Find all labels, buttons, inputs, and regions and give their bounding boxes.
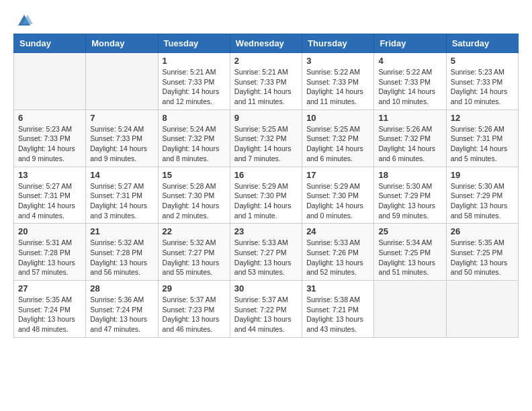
day-number: 14 [90,170,153,180]
day-number: 2 [234,56,298,66]
day-number: 26 [451,226,514,236]
calendar-cell [14,53,86,110]
day-number: 21 [90,226,153,236]
week-row-2: 6Sunrise: 5:23 AM Sunset: 7:33 PM Daylig… [14,109,519,167]
weekday-header-tuesday: Tuesday [158,34,230,53]
day-number: 19 [451,170,514,180]
weekday-header-row: SundayMondayTuesdayWednesdayThursdayFrid… [14,34,519,53]
day-number: 16 [234,170,298,180]
day-info: Sunrise: 5:26 AM Sunset: 7:32 PM Dayligh… [378,124,441,164]
calendar-cell: 25Sunrise: 5:34 AM Sunset: 7:25 PM Dayli… [374,224,446,281]
day-info: Sunrise: 5:23 AM Sunset: 7:33 PM Dayligh… [18,124,81,164]
calendar-cell: 1Sunrise: 5:21 AM Sunset: 7:33 PM Daylig… [158,53,230,110]
calendar-cell: 19Sunrise: 5:30 AM Sunset: 7:29 PM Dayli… [446,167,518,224]
day-info: Sunrise: 5:29 AM Sunset: 7:30 PM Dayligh… [234,181,298,221]
day-info: Sunrise: 5:27 AM Sunset: 7:31 PM Dayligh… [18,181,81,221]
calendar-cell: 18Sunrise: 5:30 AM Sunset: 7:29 PM Dayli… [374,167,446,224]
day-info: Sunrise: 5:30 AM Sunset: 7:29 PM Dayligh… [451,181,514,221]
calendar-cell [374,281,446,338]
calendar-cell: 31Sunrise: 5:38 AM Sunset: 7:21 PM Dayli… [302,281,374,338]
weekday-header-sunday: Sunday [14,34,86,53]
day-number: 20 [18,226,81,236]
weekday-header-monday: Monday [86,34,158,53]
week-row-4: 20Sunrise: 5:31 AM Sunset: 7:28 PM Dayli… [14,224,519,281]
day-number: 12 [451,113,514,123]
day-number: 17 [306,170,369,180]
day-number: 28 [90,283,153,293]
day-number: 4 [378,56,441,66]
weekday-header-thursday: Thursday [302,34,374,53]
calendar-cell: 22Sunrise: 5:32 AM Sunset: 7:27 PM Dayli… [158,224,230,281]
page-header [13,13,519,27]
calendar-table: SundayMondayTuesdayWednesdayThursdayFrid… [13,34,519,338]
day-number: 7 [90,113,153,123]
weekday-header-saturday: Saturday [446,34,518,53]
day-info: Sunrise: 5:29 AM Sunset: 7:30 PM Dayligh… [306,181,369,221]
calendar-cell: 20Sunrise: 5:31 AM Sunset: 7:28 PM Dayli… [14,224,86,281]
day-number: 23 [234,226,298,236]
day-info: Sunrise: 5:23 AM Sunset: 7:33 PM Dayligh… [451,67,514,107]
weekday-header-friday: Friday [374,34,446,53]
day-number: 13 [18,170,81,180]
calendar-cell [446,281,518,338]
day-number: 15 [163,170,226,180]
week-row-1: 1Sunrise: 5:21 AM Sunset: 7:33 PM Daylig… [14,53,519,110]
day-number: 6 [18,113,81,123]
calendar-cell: 9Sunrise: 5:25 AM Sunset: 7:32 PM Daylig… [230,109,302,167]
week-row-3: 13Sunrise: 5:27 AM Sunset: 7:31 PM Dayli… [14,167,519,224]
day-info: Sunrise: 5:33 AM Sunset: 7:26 PM Dayligh… [306,238,369,277]
day-info: Sunrise: 5:32 AM Sunset: 7:28 PM Dayligh… [90,238,153,277]
day-number: 9 [234,113,298,123]
day-info: Sunrise: 5:25 AM Sunset: 7:32 PM Dayligh… [306,124,369,164]
calendar-cell: 23Sunrise: 5:33 AM Sunset: 7:27 PM Dayli… [230,224,302,281]
calendar-cell: 5Sunrise: 5:23 AM Sunset: 7:33 PM Daylig… [446,53,518,110]
day-info: Sunrise: 5:25 AM Sunset: 7:32 PM Dayligh… [234,124,298,164]
day-number: 25 [378,226,441,236]
calendar-cell: 4Sunrise: 5:22 AM Sunset: 7:33 PM Daylig… [374,53,446,110]
day-number: 10 [306,113,369,123]
day-info: Sunrise: 5:37 AM Sunset: 7:23 PM Dayligh… [163,295,226,334]
week-row-5: 27Sunrise: 5:35 AM Sunset: 7:24 PM Dayli… [14,281,519,338]
calendar-cell: 17Sunrise: 5:29 AM Sunset: 7:30 PM Dayli… [302,167,374,224]
calendar-cell: 3Sunrise: 5:22 AM Sunset: 7:33 PM Daylig… [302,53,374,110]
day-info: Sunrise: 5:30 AM Sunset: 7:29 PM Dayligh… [378,181,441,221]
day-info: Sunrise: 5:27 AM Sunset: 7:31 PM Dayligh… [90,181,153,221]
day-number: 11 [378,113,441,123]
logo-icon [15,12,33,30]
calendar-cell: 10Sunrise: 5:25 AM Sunset: 7:32 PM Dayli… [302,109,374,167]
day-info: Sunrise: 5:31 AM Sunset: 7:28 PM Dayligh… [18,238,81,277]
calendar-cell: 24Sunrise: 5:33 AM Sunset: 7:26 PM Dayli… [302,224,374,281]
day-info: Sunrise: 5:32 AM Sunset: 7:27 PM Dayligh… [163,238,226,277]
day-info: Sunrise: 5:21 AM Sunset: 7:33 PM Dayligh… [234,67,298,107]
day-info: Sunrise: 5:35 AM Sunset: 7:25 PM Dayligh… [451,238,514,277]
day-number: 3 [306,56,369,66]
calendar-cell: 7Sunrise: 5:24 AM Sunset: 7:33 PM Daylig… [86,109,158,167]
calendar-cell: 13Sunrise: 5:27 AM Sunset: 7:31 PM Dayli… [14,167,86,224]
calendar-cell: 27Sunrise: 5:35 AM Sunset: 7:24 PM Dayli… [14,281,86,338]
day-info: Sunrise: 5:22 AM Sunset: 7:33 PM Dayligh… [378,67,441,107]
day-number: 22 [163,226,226,236]
logo [13,13,33,27]
day-number: 8 [163,113,226,123]
day-info: Sunrise: 5:34 AM Sunset: 7:25 PM Dayligh… [378,238,441,277]
day-info: Sunrise: 5:28 AM Sunset: 7:30 PM Dayligh… [163,181,226,221]
day-number: 24 [306,226,369,236]
calendar-cell: 16Sunrise: 5:29 AM Sunset: 7:30 PM Dayli… [230,167,302,224]
calendar-cell: 11Sunrise: 5:26 AM Sunset: 7:32 PM Dayli… [374,109,446,167]
day-info: Sunrise: 5:33 AM Sunset: 7:27 PM Dayligh… [234,238,298,277]
calendar-cell [86,53,158,110]
weekday-header-wednesday: Wednesday [230,34,302,53]
day-info: Sunrise: 5:21 AM Sunset: 7:33 PM Dayligh… [163,67,226,107]
day-info: Sunrise: 5:38 AM Sunset: 7:21 PM Dayligh… [306,295,369,334]
calendar-cell: 30Sunrise: 5:37 AM Sunset: 7:22 PM Dayli… [230,281,302,338]
day-number: 5 [451,56,514,66]
day-info: Sunrise: 5:37 AM Sunset: 7:22 PM Dayligh… [234,295,298,334]
calendar-cell: 26Sunrise: 5:35 AM Sunset: 7:25 PM Dayli… [446,224,518,281]
day-number: 1 [163,56,226,66]
day-info: Sunrise: 5:24 AM Sunset: 7:32 PM Dayligh… [163,124,226,164]
day-info: Sunrise: 5:36 AM Sunset: 7:24 PM Dayligh… [90,295,153,334]
calendar-cell: 12Sunrise: 5:26 AM Sunset: 7:31 PM Dayli… [446,109,518,167]
day-info: Sunrise: 5:26 AM Sunset: 7:31 PM Dayligh… [451,124,514,164]
day-info: Sunrise: 5:24 AM Sunset: 7:33 PM Dayligh… [90,124,153,164]
calendar-cell: 6Sunrise: 5:23 AM Sunset: 7:33 PM Daylig… [14,109,86,167]
